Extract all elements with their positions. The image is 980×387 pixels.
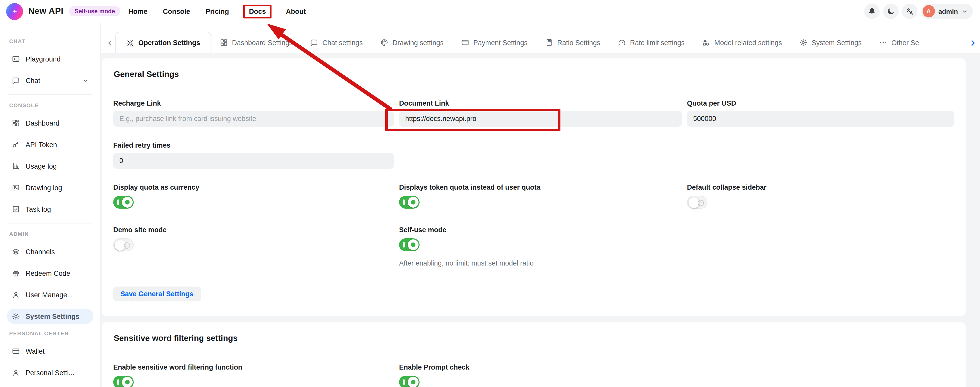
self-use-toggle[interactable] [399, 238, 420, 251]
sidebar-item-label: Chat [25, 76, 40, 84]
tab-ratio-settings[interactable]: Ratio Settings [536, 32, 609, 53]
sidebar-item-personal-settings[interactable]: Personal Setti... [7, 365, 93, 380]
sidebar-item-usage-log[interactable]: Usage log [7, 158, 93, 174]
notifications-button[interactable] [864, 3, 879, 19]
sidebar-item-drawing-log[interactable]: Drawing log [7, 180, 93, 195]
quota-per-usd-field-group: Quota per USD [687, 87, 955, 127]
sidebar-item-redeem-code[interactable]: Redeem Code [7, 266, 93, 281]
sidebar-item-user-management[interactable]: User Manage... [7, 287, 93, 303]
tab-label: Payment Settings [473, 39, 528, 46]
toggle-knob [115, 240, 126, 250]
chevron-right-icon[interactable] [969, 39, 977, 47]
demo-site-toggle[interactable] [113, 238, 134, 251]
user-name: admin [938, 8, 958, 15]
tab-label: Model related settings [714, 39, 782, 46]
nav-link-about[interactable]: About [286, 8, 306, 15]
sidebar-item-label: Wallet [25, 347, 45, 355]
failed-retry-input[interactable] [113, 153, 394, 169]
language-button[interactable] [902, 3, 917, 19]
tab-label: Ratio Settings [557, 39, 600, 46]
sidebar-item-label: Channels [25, 248, 55, 255]
tabs: Operation Settings Dashboard Settings Ch… [115, 32, 969, 53]
document-link-input[interactable] [399, 111, 682, 127]
sidebar-item-chat[interactable]: Chat [7, 73, 93, 88]
sidebar-item-playground[interactable]: Playground [7, 51, 93, 67]
save-general-settings-button[interactable]: Save General Settings [113, 287, 200, 301]
prompt-check-label: Enable Prompt check [399, 363, 682, 371]
tab-other-settings[interactable]: Other Se [870, 32, 928, 53]
nav-link-home[interactable]: Home [128, 8, 148, 15]
self-use-helper-text: After enabling, no limit: must set model… [399, 260, 682, 267]
tab-drawing-settings[interactable]: Drawing settings [371, 32, 452, 53]
sidebar-divider [8, 94, 92, 95]
navbar-actions: A admin [864, 3, 973, 19]
credit-card-icon [461, 38, 469, 47]
sidebar-item-task-log[interactable]: Task log [7, 201, 93, 217]
sensitive-word-settings-title: Sensitive word filtering settings [113, 333, 955, 343]
display-quota-currency-group: Display quota as currency [113, 169, 394, 209]
sidebar-item-dashboard[interactable]: Dashboard [7, 115, 93, 131]
sidebar-item-system-settings[interactable]: System Settings [7, 309, 93, 324]
sidebar-item-channels[interactable]: Channels [7, 244, 93, 260]
tab-payment-settings[interactable]: Payment Settings [452, 32, 536, 53]
tab-rate-limit-settings[interactable]: Rate limit settings [609, 32, 694, 53]
nav-link-console[interactable]: Console [163, 8, 190, 15]
general-settings-card: General Settings Recharge Link Document … [102, 59, 966, 316]
image-icon [12, 183, 20, 192]
user-menu[interactable]: A admin [921, 3, 973, 19]
settings-page: General Settings Recharge Link Document … [101, 53, 980, 387]
tab-label: Rate limit settings [630, 39, 685, 46]
chevron-left-icon[interactable] [106, 39, 114, 47]
enable-filtering-label: Enable sensitive word filtering function [113, 363, 394, 371]
sidebar-item-label: API Token [25, 141, 57, 148]
prompt-check-toggle[interactable] [399, 376, 420, 387]
tab-system-settings[interactable]: System Settings [791, 32, 870, 53]
document-link-field-group: Document Link [399, 87, 682, 127]
display-quota-currency-toggle[interactable] [113, 196, 134, 209]
top-navbar: New API Self-use mode Home Console Prici… [0, 0, 980, 22]
gauge-icon [618, 38, 626, 47]
user-icon [12, 369, 20, 377]
sidebar-item-api-token[interactable]: API Token [7, 137, 93, 152]
recharge-link-field-group: Recharge Link [113, 87, 394, 127]
collapse-sidebar-toggle[interactable] [687, 196, 708, 209]
self-use-group: Self-use mode After enabling, no limit: … [399, 209, 682, 267]
sidebar-section-admin: ADMIN [9, 231, 91, 237]
tab-dashboard-settings[interactable]: Dashboard Settings [211, 32, 301, 53]
brand-title: New API [28, 6, 64, 16]
token-quota-toggle[interactable] [399, 196, 420, 209]
tab-chat-settings[interactable]: Chat settings [301, 32, 372, 53]
nav-link-pricing[interactable]: Pricing [205, 8, 229, 15]
enable-filtering-toggle[interactable] [113, 376, 134, 387]
main-area: Operation Settings Dashboard Settings Ch… [101, 22, 980, 387]
document-link-label: Document Link [399, 99, 682, 107]
grid-icon [12, 119, 20, 127]
tab-operation-settings[interactable]: Operation Settings [115, 32, 211, 53]
nav-link-docs-annotated[interactable]: Docs [243, 4, 272, 18]
chevron-down-icon [83, 77, 89, 84]
sidebar-section-console: CONSOLE [9, 102, 91, 108]
toggle-knob [408, 239, 418, 250]
demo-site-group: Demo site mode [113, 209, 394, 267]
ellipsis-icon [879, 38, 887, 47]
tab-model-related-settings[interactable]: Model related settings [694, 32, 791, 53]
collapse-sidebar-label: Default collapse sidebar [687, 183, 955, 191]
user-icon [12, 291, 20, 299]
theme-toggle-button[interactable] [883, 3, 898, 19]
sidebar-section-personal-center: PERSONAL CENTER [9, 330, 91, 336]
self-use-label: Self-use mode [399, 226, 682, 234]
sidebar-item-label: Personal Setti... [25, 369, 75, 376]
tab-label: Drawing settings [392, 39, 444, 46]
quota-per-usd-input[interactable] [687, 111, 955, 127]
settings-tabbar: Operation Settings Dashboard Settings Ch… [101, 22, 980, 53]
tab-label: Dashboard Settings [232, 39, 293, 46]
chevron-down-icon [962, 8, 968, 14]
wallet-icon [12, 347, 20, 355]
collapse-sidebar-group: Default collapse sidebar [687, 169, 955, 209]
toggle-knob [408, 377, 418, 387]
moon-icon [886, 7, 895, 15]
gear-icon [12, 312, 20, 320]
recharge-link-input[interactable] [113, 111, 394, 127]
sidebar-item-label: User Manage... [25, 291, 73, 299]
sidebar-item-wallet[interactable]: Wallet [7, 344, 93, 359]
